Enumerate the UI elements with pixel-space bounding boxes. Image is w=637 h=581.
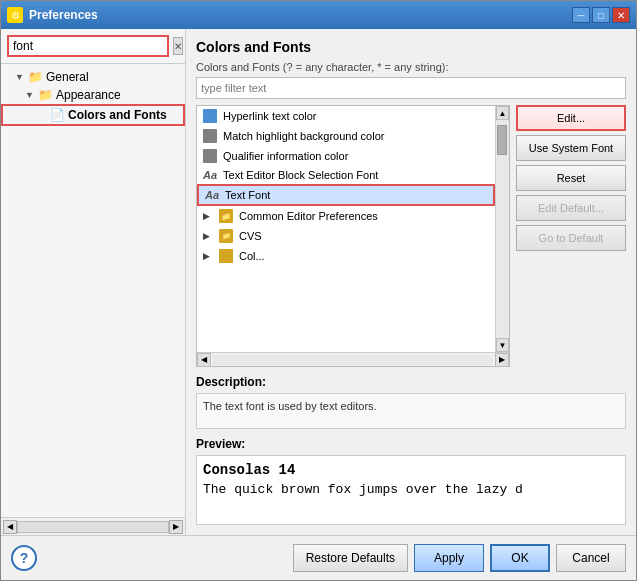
tree-arrow-general: ▼ xyxy=(15,72,25,82)
color-icon-qualifier xyxy=(203,149,217,163)
expand-arrow-col: ▶ xyxy=(203,251,213,261)
expand-arrow-common: ▶ xyxy=(203,211,213,221)
tree-item-appearance[interactable]: ▼ 📁 Appearance xyxy=(1,86,185,104)
scroll-thumb[interactable] xyxy=(497,125,507,155)
list-item-col[interactable]: ▶ Col... xyxy=(197,246,495,266)
aa-icon-text: Aa xyxy=(205,189,219,201)
apply-button[interactable]: Apply xyxy=(414,544,484,572)
folder-icon-col xyxy=(219,249,233,263)
search-clear-button[interactable]: ✕ xyxy=(173,37,183,55)
h-scroll-left[interactable]: ◀ xyxy=(197,353,211,367)
list-item-hyperlink[interactable]: Hyperlink text color xyxy=(197,106,495,126)
preview-sample-text: The quick brown fox jumps over the lazy … xyxy=(203,482,619,497)
left-scroll-right[interactable]: ▶ xyxy=(169,520,183,534)
description-text: The text font is used by text editors. xyxy=(196,393,626,429)
right-panel: Colors and Fonts Colors and Fonts (? = a… xyxy=(186,29,636,535)
search-input[interactable] xyxy=(7,35,169,57)
scroll-up-button[interactable]: ▲ xyxy=(496,106,509,120)
list-item-block-selection[interactable]: Aa Text Editor Block Selection Font xyxy=(197,166,495,184)
preview-box: Consolas 14 The quick brown fox jumps ov… xyxy=(196,455,626,525)
left-panel: ✕ ▼ 📁 General ▼ 📁 Appearance 📄 Colors an… xyxy=(1,29,186,535)
list-item-common-editor[interactable]: ▶ 📁 Common Editor Preferences xyxy=(197,206,495,226)
list-item-label-col: Col... xyxy=(239,250,489,262)
color-icon-match xyxy=(203,129,217,143)
title-buttons: ─ □ ✕ xyxy=(572,7,630,23)
list-scrollbar: ▲ ▼ xyxy=(495,106,509,352)
reset-button[interactable]: Reset xyxy=(516,165,626,191)
scroll-down-button[interactable]: ▼ xyxy=(496,338,509,352)
preview-section: Preview: Consolas 14 The quick brown fox… xyxy=(196,437,626,525)
list-item-label-block: Text Editor Block Selection Font xyxy=(223,169,489,181)
preview-label: Preview: xyxy=(196,437,626,451)
buttons-column: Edit... Use System Font Reset Edit Defau… xyxy=(516,105,626,367)
list-item-label-hyperlink: Hyperlink text color xyxy=(223,110,489,122)
list-item-label-cvs: CVS xyxy=(239,230,489,242)
window-icon: ⚙ xyxy=(7,7,23,23)
folder-icon-general: 📁 xyxy=(28,70,43,84)
folder-icon-colors: 📄 xyxy=(50,108,65,122)
tree-container: ▼ 📁 General ▼ 📁 Appearance 📄 Colors and … xyxy=(1,64,185,517)
tree-item-general[interactable]: ▼ 📁 General xyxy=(1,68,185,86)
left-scrollbar: ◀ ▶ xyxy=(1,517,185,535)
scroll-track xyxy=(496,120,509,338)
help-button[interactable]: ? xyxy=(11,545,37,571)
preview-font-name: Consolas 14 xyxy=(203,462,619,478)
list-item-label-qualifier: Qualifier information color xyxy=(223,150,489,162)
left-scroll-left[interactable]: ◀ xyxy=(3,520,17,534)
h-scroll-right[interactable]: ▶ xyxy=(495,353,509,367)
edit-button[interactable]: Edit... xyxy=(516,105,626,131)
cancel-button[interactable]: Cancel xyxy=(556,544,626,572)
color-icon-hyperlink xyxy=(203,109,217,123)
list-item-qualifier[interactable]: Qualifier information color xyxy=(197,146,495,166)
maximize-button[interactable]: □ xyxy=(592,7,610,23)
list-h-scrollbar: ◀ ▶ xyxy=(197,352,509,366)
edit-default-button[interactable]: Edit Default... xyxy=(516,195,626,221)
list-item-text-font[interactable]: Aa Text Font xyxy=(197,184,495,206)
filter-input[interactable] xyxy=(196,77,626,99)
list-item-label-text-font: Text Font xyxy=(225,189,487,201)
bottom-buttons: ? Restore Defaults Apply OK Cancel xyxy=(1,535,636,580)
bottom-left: ? xyxy=(11,545,37,571)
tree-item-colors-fonts[interactable]: 📄 Colors and Fonts xyxy=(1,104,185,126)
go-to-default-button[interactable]: Go to Default xyxy=(516,225,626,251)
list-item-cvs[interactable]: ▶ 📁 CVS xyxy=(197,226,495,246)
h-scrollbar-track xyxy=(17,521,169,533)
use-system-font-button[interactable]: Use System Font xyxy=(516,135,626,161)
minimize-button[interactable]: ─ xyxy=(572,7,590,23)
tree-label-appearance: Appearance xyxy=(56,88,121,102)
panel-title: Colors and Fonts xyxy=(196,39,626,55)
window-title: Preferences xyxy=(29,8,98,22)
tree-arrow-appearance: ▼ xyxy=(25,90,35,100)
title-bar-left: ⚙ Preferences xyxy=(7,7,98,23)
main-content: ✕ ▼ 📁 General ▼ 📁 Appearance 📄 Colors an… xyxy=(1,29,636,535)
tree-label-colors-fonts: Colors and Fonts xyxy=(68,108,167,122)
restore-defaults-button[interactable]: Restore Defaults xyxy=(293,544,408,572)
tree-label-general: General xyxy=(46,70,89,84)
list-item-match-highlight[interactable]: Match highlight background color xyxy=(197,126,495,146)
items-list: Hyperlink text color Match highlight bac… xyxy=(197,106,495,352)
folder-icon-common: 📁 xyxy=(219,209,233,223)
bottom-right: Restore Defaults Apply OK Cancel xyxy=(293,544,626,572)
close-button[interactable]: ✕ xyxy=(612,7,630,23)
h-scroll-track xyxy=(213,355,493,365)
preferences-window: ⚙ Preferences ─ □ ✕ ✕ ▼ 📁 General ▼ xyxy=(0,0,637,581)
items-area: Hyperlink text color Match highlight bac… xyxy=(196,105,626,367)
search-container: ✕ xyxy=(1,29,185,64)
title-bar: ⚙ Preferences ─ □ ✕ xyxy=(1,1,636,29)
expand-arrow-cvs: ▶ xyxy=(203,231,213,241)
filter-label: Colors and Fonts (? = any character, * =… xyxy=(196,61,626,73)
ok-button[interactable]: OK xyxy=(490,544,550,572)
aa-icon-block: Aa xyxy=(203,169,217,181)
list-item-label-common: Common Editor Preferences xyxy=(239,210,489,222)
tree-arrow-colors xyxy=(37,110,47,120)
items-list-container: Hyperlink text color Match highlight bac… xyxy=(196,105,510,367)
folder-icon-appearance: 📁 xyxy=(38,88,53,102)
description-label: Description: xyxy=(196,375,626,389)
list-item-label-match: Match highlight background color xyxy=(223,130,489,142)
folder-icon-cvs: 📁 xyxy=(219,229,233,243)
description-section: Description: The text font is used by te… xyxy=(196,375,626,429)
